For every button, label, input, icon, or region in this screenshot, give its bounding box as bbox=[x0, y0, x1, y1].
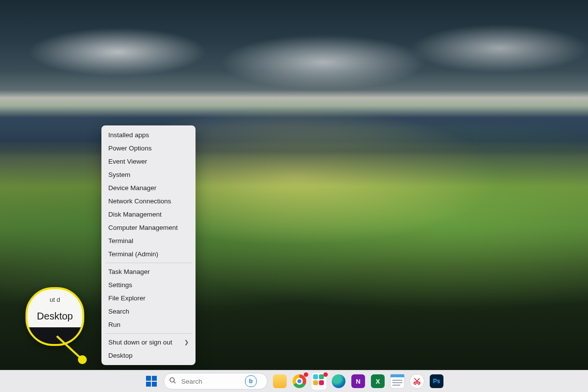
menu-item-shut-down-or-sign-out[interactable]: Shut down or sign out ❯ bbox=[101, 336, 196, 349]
menu-item-computer-management[interactable]: Computer Management bbox=[101, 221, 196, 234]
menu-separator bbox=[105, 333, 192, 334]
svg-line-3 bbox=[173, 381, 175, 383]
menu-item-task-manager[interactable]: Task Manager bbox=[101, 265, 196, 278]
svg-point-1 bbox=[78, 355, 87, 364]
taskbar-item-photoshop[interactable]: Ps bbox=[429, 374, 444, 389]
taskbar-item-notepad[interactable] bbox=[390, 374, 405, 389]
desktop-wallpaper[interactable] bbox=[0, 0, 588, 392]
search-input[interactable] bbox=[180, 377, 241, 386]
menu-item-device-manager[interactable]: Device Manager bbox=[101, 181, 196, 195]
bing-chat-icon[interactable]: b bbox=[245, 375, 257, 387]
annotation-highlighted-label: Desktop bbox=[27, 311, 82, 322]
taskbar-item-slack[interactable] bbox=[312, 374, 326, 389]
menu-item-system[interactable]: System bbox=[101, 168, 196, 181]
menu-item-run[interactable]: Run bbox=[101, 318, 196, 331]
menu-item-file-explorer[interactable]: File Explorer bbox=[101, 292, 196, 305]
chrome-icon bbox=[293, 374, 306, 388]
folder-icon bbox=[273, 374, 287, 388]
menu-item-event-viewer[interactable]: Event Viewer bbox=[101, 155, 196, 168]
menu-item-desktop[interactable]: Desktop bbox=[101, 349, 196, 362]
taskbar-item-excel[interactable]: X bbox=[370, 374, 385, 389]
photoshop-icon: Ps bbox=[430, 374, 443, 388]
onenote-icon: N bbox=[351, 374, 365, 388]
menu-item-installed-apps[interactable]: Installed apps bbox=[101, 128, 196, 142]
svg-point-2 bbox=[170, 378, 174, 382]
start-context-menu: Installed apps Power Options Event Viewe… bbox=[101, 125, 196, 365]
menu-item-terminal[interactable]: Terminal bbox=[101, 234, 196, 247]
svg-line-0 bbox=[57, 336, 82, 360]
windows-logo-icon bbox=[146, 376, 157, 387]
chevron-right-icon: ❯ bbox=[184, 339, 189, 345]
search-icon bbox=[169, 377, 176, 386]
notification-badge-icon bbox=[323, 372, 328, 377]
annotation-pointer bbox=[57, 336, 91, 370]
menu-item-disk-management[interactable]: Disk Management bbox=[101, 208, 196, 221]
taskbar-search[interactable]: b bbox=[164, 373, 268, 390]
excel-icon: X bbox=[371, 374, 385, 388]
menu-item-search[interactable]: Search bbox=[101, 305, 196, 318]
taskbar-item-onenote[interactable]: N bbox=[351, 374, 366, 389]
annotation-upper-fragment: ut d bbox=[27, 296, 82, 303]
edge-icon bbox=[332, 374, 345, 388]
taskbar-item-file-explorer[interactable] bbox=[272, 374, 287, 389]
notification-badge-icon bbox=[304, 372, 308, 377]
menu-item-terminal-admin[interactable]: Terminal (Admin) bbox=[101, 247, 196, 261]
notepad-icon bbox=[390, 374, 405, 389]
taskbar: b N X Ps bbox=[0, 370, 588, 392]
taskbar-item-snipping-tool[interactable] bbox=[410, 374, 424, 389]
start-button[interactable] bbox=[144, 374, 159, 389]
taskbar-item-edge[interactable] bbox=[331, 374, 346, 389]
menu-item-settings[interactable]: Settings bbox=[101, 278, 196, 292]
menu-item-power-options[interactable]: Power Options bbox=[101, 142, 196, 155]
menu-item-network-connections[interactable]: Network Connections bbox=[101, 195, 196, 208]
menu-separator bbox=[105, 263, 192, 263]
snipping-tool-icon bbox=[410, 374, 424, 389]
taskbar-item-chrome[interactable] bbox=[292, 374, 307, 389]
